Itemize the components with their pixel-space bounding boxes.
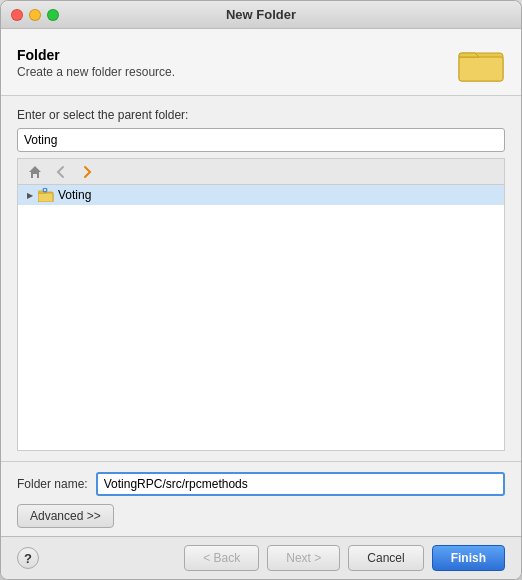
tree-item-voting[interactable]: ▶ Voting xyxy=(18,185,504,205)
header-description: Create a new folder resource. xyxy=(17,65,175,79)
parent-folder-input[interactable] xyxy=(17,128,505,152)
footer-left: ? xyxy=(17,547,39,569)
back-button[interactable] xyxy=(50,163,72,181)
forward-button[interactable] xyxy=(76,163,98,181)
footer-right: < Back Next > Cancel Finish xyxy=(184,545,505,571)
folder-icon-large xyxy=(457,43,505,83)
body-section: Enter or select the parent folder: xyxy=(1,96,521,461)
title-bar: New Folder xyxy=(1,1,521,29)
window-controls xyxy=(11,9,59,21)
dialog-content: Folder Create a new folder resource. Ent… xyxy=(1,29,521,579)
folder-name-input[interactable] xyxy=(96,472,505,496)
svg-rect-1 xyxy=(459,57,503,81)
tree-toolbar xyxy=(17,158,505,184)
header-text: Folder Create a new folder resource. xyxy=(17,47,175,79)
tree-item-label: Voting xyxy=(58,188,91,202)
header-section: Folder Create a new folder resource. xyxy=(1,29,521,96)
maximize-button[interactable] xyxy=(47,9,59,21)
svg-rect-3 xyxy=(38,193,53,202)
finish-button[interactable]: Finish xyxy=(432,545,505,571)
new-folder-dialog: New Folder Folder Create a new folder re… xyxy=(0,0,522,580)
footer: ? < Back Next > Cancel Finish xyxy=(1,536,521,579)
back-nav-button[interactable]: < Back xyxy=(184,545,259,571)
window-title: New Folder xyxy=(226,7,296,22)
bottom-section: Folder name: Advanced >> xyxy=(1,461,521,536)
advanced-button[interactable]: Advanced >> xyxy=(17,504,114,528)
home-button[interactable] xyxy=(24,163,46,181)
header-title: Folder xyxy=(17,47,175,63)
tree-folder-icon xyxy=(38,188,54,202)
folder-name-label: Folder name: xyxy=(17,477,88,491)
expand-arrow-icon: ▶ xyxy=(24,189,36,201)
minimize-button[interactable] xyxy=(29,9,41,21)
parent-folder-label: Enter or select the parent folder: xyxy=(17,108,505,122)
folder-tree[interactable]: ▶ Voting xyxy=(17,184,505,451)
folder-name-row: Folder name: xyxy=(17,472,505,496)
help-button[interactable]: ? xyxy=(17,547,39,569)
next-nav-button[interactable]: Next > xyxy=(267,545,340,571)
close-button[interactable] xyxy=(11,9,23,21)
cancel-button[interactable]: Cancel xyxy=(348,545,423,571)
